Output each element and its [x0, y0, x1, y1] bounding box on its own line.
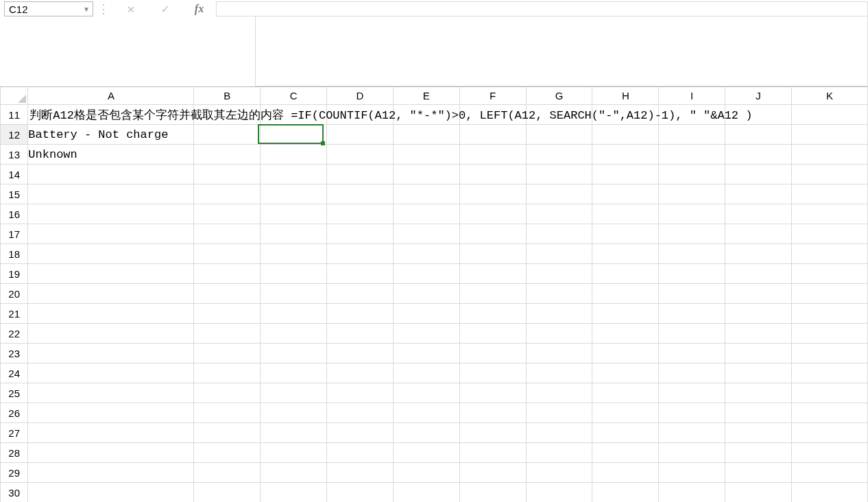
cell[interactable] [791, 284, 867, 304]
cell[interactable] [659, 403, 725, 423]
cell[interactable] [725, 204, 792, 224]
cell[interactable] [791, 125, 867, 145]
cell[interactable] [526, 383, 592, 403]
cell[interactable] [459, 423, 526, 443]
cell[interactable] [28, 264, 194, 284]
cell[interactable] [194, 284, 261, 304]
cell[interactable] [28, 204, 194, 224]
cell[interactable] [592, 145, 659, 165]
cell[interactable] [526, 125, 592, 145]
cell[interactable] [393, 363, 459, 383]
formula-input[interactable] [217, 1, 868, 16]
row-header[interactable]: 13 [1, 145, 28, 165]
cell[interactable] [194, 483, 261, 503]
cell[interactable] [327, 105, 394, 125]
cell[interactable] [725, 304, 792, 324]
row-header[interactable]: 29 [1, 463, 28, 483]
row-header[interactable]: 28 [1, 443, 28, 463]
row-header[interactable]: 30 [1, 483, 28, 503]
cell[interactable] [459, 125, 526, 145]
column-header[interactable]: A [28, 87, 194, 105]
column-header[interactable]: D [327, 87, 394, 105]
column-header[interactable]: J [725, 87, 792, 105]
cell[interactable] [261, 324, 327, 344]
cell[interactable] [592, 165, 659, 184]
column-header[interactable]: C [261, 87, 327, 105]
cell[interactable] [791, 383, 867, 403]
cell[interactable] [592, 184, 659, 204]
cell[interactable] [725, 383, 792, 403]
cell[interactable] [592, 383, 659, 403]
cell[interactable] [327, 184, 394, 204]
cell[interactable] [526, 244, 592, 264]
cell[interactable] [791, 443, 867, 463]
cell[interactable] [526, 363, 592, 383]
cell[interactable] [28, 423, 194, 443]
cell[interactable] [659, 184, 725, 204]
row-header[interactable]: 24 [1, 363, 28, 383]
cell[interactable] [194, 244, 261, 264]
cell[interactable] [526, 224, 592, 244]
cell[interactable] [459, 483, 526, 503]
cell[interactable] [526, 403, 592, 423]
cell[interactable] [592, 403, 659, 423]
cell[interactable] [459, 324, 526, 344]
cell[interactable] [327, 423, 394, 443]
cell[interactable] [659, 244, 725, 264]
cell[interactable] [261, 145, 327, 165]
cell[interactable] [659, 483, 725, 503]
cell[interactable] [393, 125, 459, 145]
cell[interactable] [659, 125, 725, 145]
cell[interactable] [261, 363, 327, 383]
cell[interactable] [659, 383, 725, 403]
cell[interactable] [261, 423, 327, 443]
cell[interactable] [526, 184, 592, 204]
cell[interactable] [393, 344, 459, 363]
cell[interactable] [791, 324, 867, 344]
cell[interactable] [393, 264, 459, 284]
cell[interactable] [393, 463, 459, 483]
cell[interactable] [327, 165, 394, 184]
cell[interactable]: Unknown [28, 145, 194, 165]
cell[interactable] [592, 423, 659, 443]
cell[interactable] [393, 204, 459, 224]
cell[interactable] [725, 125, 792, 145]
cell[interactable] [791, 105, 867, 125]
cell[interactable] [261, 344, 327, 363]
cell[interactable] [261, 224, 327, 244]
name-box[interactable]: C12 ▼ [4, 1, 93, 16]
cell[interactable] [659, 344, 725, 363]
cell[interactable] [327, 383, 394, 403]
cell[interactable] [659, 204, 725, 224]
cell[interactable] [393, 304, 459, 324]
cell[interactable] [725, 105, 792, 125]
cell[interactable] [459, 463, 526, 483]
column-header[interactable]: G [526, 87, 592, 105]
cell[interactable] [194, 145, 261, 165]
cell[interactable] [261, 304, 327, 324]
cell[interactable] [393, 184, 459, 204]
row-header[interactable]: 23 [1, 344, 28, 363]
cell[interactable] [194, 105, 261, 125]
cell[interactable] [327, 244, 394, 264]
cell[interactable] [261, 403, 327, 423]
cell[interactable] [327, 145, 394, 165]
cell[interactable] [725, 145, 792, 165]
cell[interactable] [327, 224, 394, 244]
cell[interactable] [725, 443, 792, 463]
cell[interactable] [393, 145, 459, 165]
cell[interactable] [659, 224, 725, 244]
cell[interactable] [194, 264, 261, 284]
cell[interactable] [725, 463, 792, 483]
cell[interactable] [28, 483, 194, 503]
cell[interactable] [659, 264, 725, 284]
row-header[interactable]: 20 [1, 284, 28, 304]
cell[interactable] [725, 344, 792, 363]
cell[interactable] [725, 324, 792, 344]
cell[interactable] [526, 443, 592, 463]
cell[interactable] [791, 304, 867, 324]
cell[interactable] [592, 125, 659, 145]
cell[interactable] [725, 363, 792, 383]
cell[interactable] [526, 264, 592, 284]
cell[interactable] [725, 165, 792, 184]
